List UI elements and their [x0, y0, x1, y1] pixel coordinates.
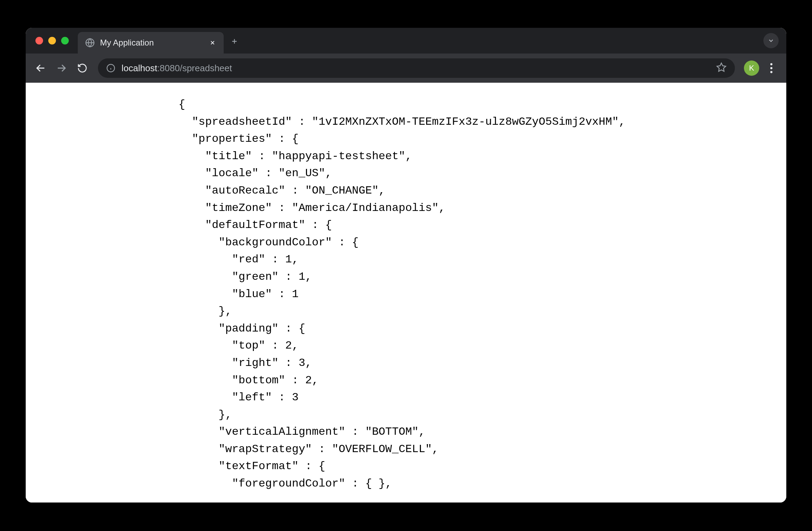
browser-window: My Application	[26, 28, 786, 503]
new-tab-button[interactable]	[224, 36, 245, 48]
browser-tab[interactable]: My Application	[78, 32, 224, 54]
globe-icon	[85, 38, 95, 48]
url-path: :8080/spreadsheet	[157, 63, 232, 73]
close-window-button[interactable]	[35, 37, 43, 44]
svg-point-13	[770, 67, 772, 69]
profile-avatar-button[interactable]: K	[744, 60, 759, 76]
svg-point-14	[770, 71, 772, 73]
page-content: { "spreadsheetId" : "1vI2MXnZXTxOM-TEEmz…	[26, 83, 786, 503]
url-host: localhost	[122, 63, 157, 73]
json-response-body: { "spreadsheetId" : "1vI2MXnZXTxOM-TEEmz…	[179, 96, 786, 492]
site-info-icon[interactable]	[106, 64, 115, 73]
url-text: localhost:8080/spreadsheet	[122, 63, 710, 74]
tab-bar: My Application	[26, 28, 786, 54]
profile-letter: K	[749, 64, 754, 73]
toolbar: localhost:8080/spreadsheet K	[26, 54, 786, 83]
minimize-window-button[interactable]	[48, 37, 56, 44]
tab-title: My Application	[100, 38, 204, 48]
maximize-window-button[interactable]	[61, 37, 69, 44]
close-tab-button[interactable]	[208, 39, 217, 47]
tab-overflow-button[interactable]	[763, 33, 779, 48]
menu-button[interactable]	[763, 59, 780, 77]
window-controls	[35, 37, 69, 44]
bookmark-star-icon[interactable]	[716, 62, 727, 74]
forward-button[interactable]	[53, 59, 70, 77]
svg-point-12	[770, 63, 772, 65]
svg-marker-11	[717, 63, 726, 72]
back-button[interactable]	[32, 59, 49, 77]
address-bar[interactable]: localhost:8080/spreadsheet	[98, 58, 735, 78]
reload-button[interactable]	[74, 59, 91, 77]
